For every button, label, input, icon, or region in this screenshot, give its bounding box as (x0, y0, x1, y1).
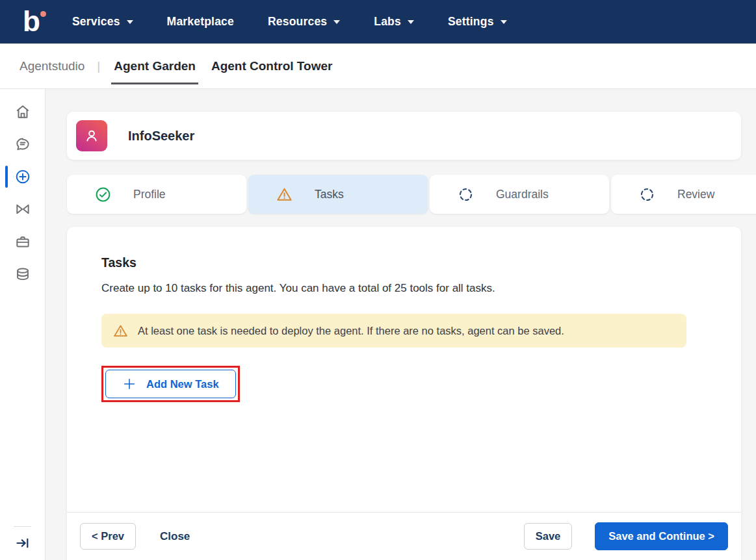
agent-avatar (76, 120, 107, 151)
menu-services[interactable]: Services (72, 15, 133, 29)
brand-logo[interactable]: b (23, 5, 53, 39)
sidebar-item-chat[interactable] (14, 136, 31, 153)
panel-title: Tasks (101, 254, 707, 271)
chevron-down-icon (408, 20, 414, 24)
menu-marketplace[interactable]: Marketplace (167, 15, 234, 29)
chevron-down-icon (127, 20, 133, 24)
tab-agent-control-tower[interactable]: Agent Control Tower (210, 59, 333, 73)
warning-triangle-icon (112, 323, 129, 339)
close-button[interactable]: Close (160, 530, 190, 543)
dashed-circle-icon (638, 186, 656, 203)
sidebar-bottom (14, 526, 31, 551)
main-content: InfoSeeker Profile Tasks Guardrails (46, 89, 756, 560)
step-guardrails[interactable]: Guardrails (430, 175, 609, 214)
save-and-continue-button[interactable]: Save and Continue > (595, 522, 728, 550)
briefcase-icon (14, 233, 31, 250)
sidebar-item-create-agent[interactable] (14, 168, 31, 185)
agent-name: InfoSeeker (128, 129, 194, 144)
sidebar-item-workflows[interactable] (14, 201, 31, 218)
agent-header-card: InfoSeeker (67, 112, 741, 160)
wizard-steps: Profile Tasks Guardrails Review (67, 175, 756, 214)
database-icon (14, 266, 31, 283)
sidebar-divider (14, 526, 31, 527)
brand-logo-dot (40, 11, 46, 17)
tasks-panel: Tasks Create up to 10 tasks for this age… (67, 227, 741, 560)
warning-banner: At least one task is needed to deploy th… (101, 314, 686, 348)
menu-resources[interactable]: Resources (268, 15, 340, 29)
warning-message: At least one task is needed to deploy th… (138, 325, 564, 337)
save-button[interactable]: Save (524, 523, 573, 550)
sidebar-item-home[interactable] (14, 103, 31, 120)
sidebar-item-database[interactable] (14, 266, 31, 283)
check-circle-icon (94, 186, 112, 203)
person-icon (83, 127, 101, 145)
icon-sidebar (0, 89, 46, 560)
chat-icon (14, 136, 31, 153)
plus-circle-icon (14, 168, 31, 185)
home-icon (14, 103, 31, 120)
prev-button[interactable]: < Prev (80, 523, 136, 550)
sidebar-item-toolbox[interactable] (14, 233, 31, 250)
breadcrumb: Agentstudio | Agent Garden Agent Control… (0, 44, 756, 89)
app-name: Agentstudio (20, 59, 85, 73)
panel-description: Create up to 10 tasks for this agent. Yo… (101, 281, 707, 296)
warning-triangle-icon (276, 186, 293, 203)
top-navbar: b Services Marketplace Resources Labs Se… (0, 0, 756, 44)
arrow-to-bar-icon (15, 535, 31, 551)
brand-logo-letter: b (23, 5, 40, 37)
plus-icon (122, 377, 137, 391)
step-tasks[interactable]: Tasks (248, 175, 428, 214)
subnav-tabs: Agent Garden Agent Control Tower (112, 59, 333, 73)
dashed-circle-icon (457, 186, 475, 203)
step-profile[interactable]: Profile (67, 175, 246, 214)
topnav-menu: Services Marketplace Resources Labs Sett… (72, 15, 507, 29)
step-review[interactable]: Review (611, 175, 756, 214)
collapse-sidebar-button[interactable] (15, 535, 31, 551)
bowtie-icon (14, 201, 31, 218)
tab-agent-garden[interactable]: Agent Garden (112, 59, 197, 73)
add-new-task-button[interactable]: Add New Task (105, 370, 236, 398)
menu-labs[interactable]: Labs (374, 15, 414, 29)
breadcrumb-separator: | (97, 59, 100, 73)
chevron-down-icon (333, 20, 340, 24)
chevron-down-icon (501, 20, 507, 24)
panel-footer: < Prev Close Save Save and Continue > (67, 512, 741, 560)
menu-settings[interactable]: Settings (448, 15, 507, 29)
annotation-highlight-box: Add New Task (101, 366, 240, 402)
